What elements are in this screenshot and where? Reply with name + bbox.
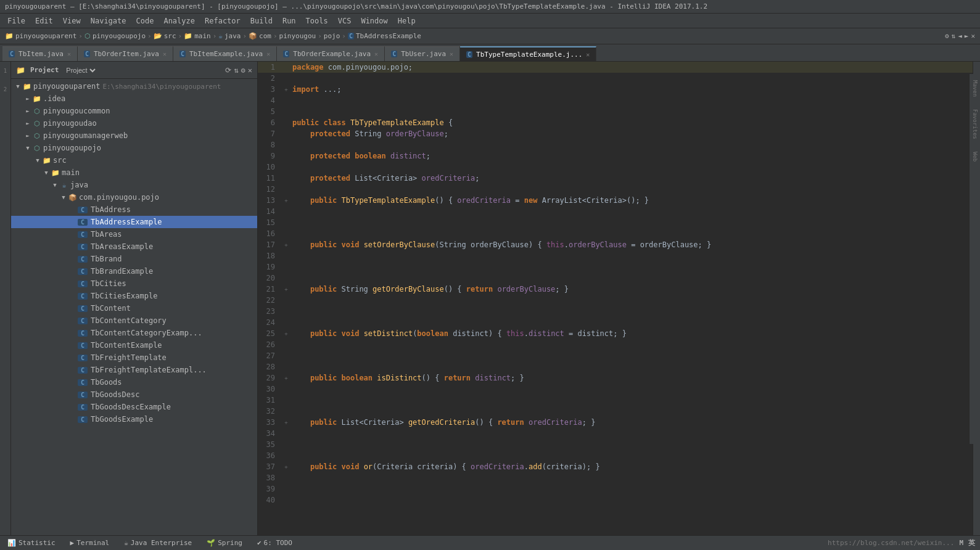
- menu-help[interactable]: Help: [393, 14, 421, 28]
- menu-file[interactable]: File: [2, 14, 30, 28]
- code-line-34: 34: [258, 428, 973, 439]
- tree-item-tbaddress[interactable]: C TbAddress: [11, 203, 257, 216]
- status-java-enterprise[interactable]: ☕ Java Enterprise: [121, 536, 194, 550]
- status-bar-right: https://blog.csdn.net/weixin... M 英: [828, 538, 975, 548]
- sidebar-tree: ▼ 📁 pinyougouparent E:\shanghai34\pinyou…: [11, 79, 257, 535]
- tree-item-idea[interactable]: ► 📁 .idea: [11, 92, 257, 105]
- tree-item-tbcontentexample[interactable]: C TbContentExample: [11, 339, 257, 351]
- tree-item-tbbrand[interactable]: C TbBrand: [11, 253, 257, 265]
- tree-item-tbcontentcategoryexamp[interactable]: C TbContentCategoryExamp...: [11, 327, 257, 339]
- status-terminal[interactable]: ▶ Terminal: [68, 536, 112, 550]
- code-line-31: 31: [258, 395, 973, 406]
- tree-item-tbfreighttemplateexampl[interactable]: C TbFreightTemplateExampl...: [11, 364, 257, 376]
- tree-item-pinyougoupojo[interactable]: ▼ ⬡ pinyougoupojo: [11, 142, 257, 154]
- code-line-20: 20: [258, 273, 973, 284]
- tab-tbitemexample-close[interactable]: ✕: [266, 51, 270, 57]
- tab-tbitem-close[interactable]: ✕: [67, 51, 71, 57]
- menu-refactor[interactable]: Refactor: [200, 14, 245, 28]
- breadcrumb-nav-forward-icon[interactable]: ►: [965, 32, 969, 40]
- status-todo[interactable]: ✔ 6: TODO: [255, 536, 295, 550]
- tree-arrow-pinyougoupojo: ▼: [23, 145, 32, 151]
- code-line-19: 19: [258, 261, 973, 273]
- breadcrumb-src[interactable]: src: [164, 32, 176, 40]
- tree-item-package[interactable]: ▼ 📦 com.pinyougou.pojo: [11, 191, 257, 203]
- sidebar-close-icon[interactable]: ✕: [248, 66, 252, 75]
- menu-build[interactable]: Build: [245, 14, 278, 28]
- menu-code[interactable]: Code: [131, 14, 159, 28]
- tree-item-tbbrandexample[interactable]: C TbBrandExample: [11, 265, 257, 277]
- menu-edit[interactable]: Edit: [30, 14, 58, 28]
- tree-arrow-main: ▼: [42, 170, 51, 176]
- breadcrumb-tbaddressexample[interactable]: TbAddressExample: [356, 32, 421, 40]
- tree-label-tbfreighttemplate: TbFreightTemplate: [91, 353, 167, 362]
- code-line-40: 40: [258, 495, 973, 506]
- breadcrumb-close-icon[interactable]: ✕: [971, 32, 975, 40]
- tree-item-pinyougoucommon[interactable]: ► ⬡ pinyougoucommon: [11, 105, 257, 117]
- tab-tbuser[interactable]: C TbUser.java ✕: [385, 46, 460, 61]
- tab-tborderexample-close[interactable]: ✕: [374, 51, 378, 57]
- folder-icon-pinyougouparent: 📁: [22, 83, 32, 91]
- tree-item-tbcitiesexample[interactable]: C TbCitiesExample: [11, 290, 257, 302]
- tab-tborderitem-close[interactable]: ✕: [163, 51, 167, 57]
- sidebar-view-select[interactable]: Project: [64, 66, 97, 75]
- menu-window[interactable]: Window: [356, 14, 392, 28]
- tab-tbitem[interactable]: C TbItem.java ✕: [2, 46, 78, 61]
- tab-tbuser-close[interactable]: ✕: [450, 51, 453, 57]
- breadcrumb-pinyougou[interactable]: pinyougou: [279, 32, 316, 40]
- menu-vcs[interactable]: VCS: [333, 14, 356, 28]
- class-icon-tbgoodsdesc: C: [78, 392, 88, 398]
- module-icon-pinyougoupojo: ⬡: [32, 144, 42, 152]
- class-icon-tbfreighttemplateexampl: C: [78, 367, 88, 374]
- tree-item-tbgoods[interactable]: C TbGoods: [11, 376, 257, 388]
- breadcrumb-main[interactable]: main: [194, 32, 211, 40]
- sidebar-expand-icon[interactable]: ⇅: [234, 66, 238, 75]
- tree-item-tbgoodsdesc[interactable]: C TbGoodsDesc: [11, 388, 257, 401]
- menu-analyze[interactable]: Analyze: [159, 14, 200, 28]
- breadcrumb-module-icon: ⬡: [84, 32, 91, 40]
- folder-icon-main: 📁: [51, 169, 60, 177]
- breadcrumb-settings-icon[interactable]: ⚙: [945, 32, 949, 40]
- menu-tools[interactable]: Tools: [301, 14, 333, 28]
- tree-item-tbcontent[interactable]: C TbContent: [11, 302, 257, 314]
- tree-item-tbgoodsdescexample[interactable]: C TbGoodsDescExample: [11, 401, 257, 413]
- breadcrumb-pojo[interactable]: pojo: [324, 32, 340, 40]
- tree-label-tbgoodsdesc: TbGoodsDesc: [91, 390, 139, 399]
- status-spring[interactable]: 🌱 Spring: [204, 536, 245, 550]
- code-line-4: 4: [258, 95, 973, 106]
- tree-item-pinyougoumanagerweb[interactable]: ► ⬡ pinyougoumanagerweb: [11, 129, 257, 142]
- tree-item-tbareas[interactable]: C TbAreas: [11, 228, 257, 240]
- breadcrumb-expand-icon[interactable]: ⇅: [952, 32, 956, 40]
- menu-navigate[interactable]: Navigate: [86, 14, 131, 28]
- code-editor[interactable]: 1 package com.pinyougou.pojo; 2 3 + impo…: [258, 62, 973, 535]
- tab-tborderitem[interactable]: C TbOrderItem.java ✕: [78, 46, 173, 61]
- tree-item-pinyougouparent[interactable]: ▼ 📁 pinyougouparent E:\shanghai34\pinyou…: [11, 80, 257, 92]
- breadcrumb-pinyougoupojo[interactable]: pinyougoupojo: [93, 32, 146, 40]
- class-icon-tbgoodsdescexample: C: [78, 404, 88, 411]
- menu-run[interactable]: Run: [278, 14, 301, 28]
- breadcrumb-nav-back-icon[interactable]: ◄: [958, 32, 962, 40]
- tab-tbtypetemplate[interactable]: C TbTypeTemplateExample.j... ✕: [460, 46, 596, 61]
- breadcrumb-project-icon: 📁: [5, 32, 14, 40]
- status-statistic[interactable]: 📊 Statistic: [5, 536, 58, 550]
- tab-tbitemexample[interactable]: C TbItemExample.java ✕: [173, 46, 277, 61]
- tree-item-src[interactable]: ▼ 📁 src: [11, 154, 257, 166]
- tree-item-tbfreighttemplate[interactable]: C TbFreightTemplate: [11, 351, 257, 364]
- tab-tborderexample[interactable]: C TbOrderExample.java ✕: [277, 46, 385, 61]
- todo-label: 6: TODO: [264, 539, 292, 547]
- menu-view[interactable]: View: [58, 14, 86, 28]
- tab-tborderexample-icon: C: [283, 51, 289, 57]
- tab-tbtypetemplate-close[interactable]: ✕: [586, 51, 590, 58]
- breadcrumb-java[interactable]: java: [224, 32, 241, 40]
- tree-item-tbareasexample[interactable]: C TbAreasExample: [11, 240, 257, 253]
- tree-item-tbaddressexample[interactable]: C TbAddressExample: [11, 216, 257, 228]
- tree-item-tbcontentcategory[interactable]: C TbContentCategory: [11, 314, 257, 327]
- tree-item-pinyougoudao[interactable]: ► ⬡ pinyougoudao: [11, 117, 257, 129]
- breadcrumb-com[interactable]: com: [259, 32, 271, 40]
- sidebar-sync-icon[interactable]: ⟳: [225, 66, 231, 75]
- sidebar-settings-icon[interactable]: ⚙: [241, 66, 245, 75]
- tree-item-tbcities[interactable]: C TbCities: [11, 277, 257, 290]
- tree-item-tbgoodsexample[interactable]: C TbGoodsExample: [11, 413, 257, 425]
- tree-item-java[interactable]: ▼ ☕ java: [11, 179, 257, 191]
- breadcrumb-pinyougouparent[interactable]: pinyougouparent: [15, 32, 76, 40]
- tree-item-main[interactable]: ▼ 📁 main: [11, 166, 257, 179]
